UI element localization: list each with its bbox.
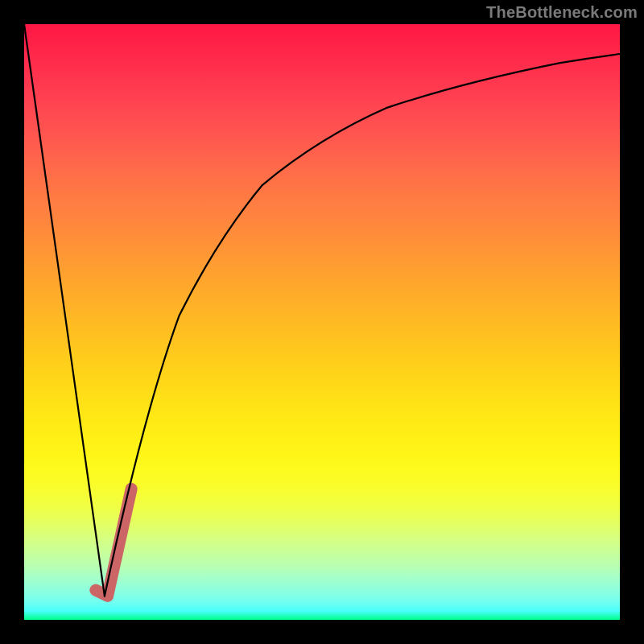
watermark-text: TheBottleneck.com — [486, 3, 638, 22]
ascending-right-curve — [105, 54, 620, 596]
chart-frame: TheBottleneck.com — [0, 0, 644, 644]
descending-left-line — [24, 24, 105, 596]
plot-area — [24, 24, 620, 620]
chart-svg — [24, 24, 620, 620]
